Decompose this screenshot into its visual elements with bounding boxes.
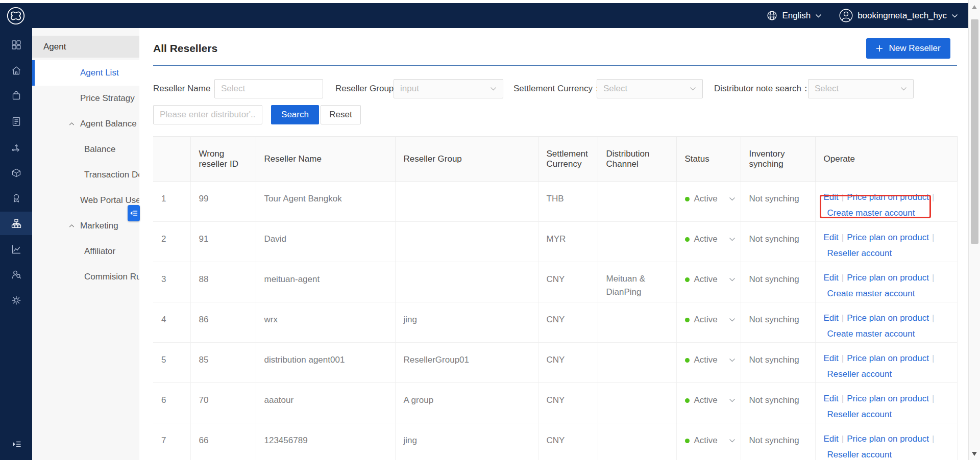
price-plan-link[interactable]: Price plan on product <box>847 434 929 444</box>
app-window: English bookingmeta_tech_hyc <box>0 0 980 460</box>
create-master-account-link[interactable]: Create master account <box>827 208 915 218</box>
status-dropdown[interactable]: Active <box>685 194 732 204</box>
operate-cell: Edit|Price plan on product| Create maste… <box>815 182 957 222</box>
col-status: Status <box>676 137 741 182</box>
status-dropdown[interactable]: Active <box>685 355 732 365</box>
chevron-down-icon <box>900 87 907 91</box>
price-plan-link[interactable]: Price plan on product <box>847 353 929 363</box>
price-plan-link[interactable]: Price plan on product <box>847 233 929 242</box>
chevron-down-icon <box>690 87 696 91</box>
table-row: 2 91 David MYR Active <box>153 222 957 262</box>
reseller-account-link[interactable]: Reseller account <box>827 369 892 379</box>
col-wrong-reseller-id: Wrong reseller ID <box>190 137 256 182</box>
table-row: 4 86 wrx jing CNY Active <box>153 302 957 343</box>
status-dropdown-icon[interactable] <box>729 318 736 322</box>
status-dropdown-icon[interactable] <box>729 358 736 362</box>
language-switcher[interactable]: English <box>767 10 822 21</box>
collapse-menu-icon[interactable] <box>0 433 32 455</box>
status-dropdown-icon[interactable] <box>729 439 736 443</box>
user-menu[interactable]: bookingmeta_tech_hyc <box>839 9 958 22</box>
brand-logo-icon[interactable] <box>6 6 26 25</box>
reseller-group-select[interactable]: input <box>394 79 503 98</box>
settlement-currency-label: Settlement Currency： <box>513 79 601 98</box>
edit-link[interactable]: Edit <box>824 313 839 323</box>
edit-link[interactable]: Edit <box>824 233 839 242</box>
settings-gear-icon[interactable] <box>0 289 32 312</box>
language-label: English <box>782 11 811 21</box>
sidebar-item-balance[interactable]: Balance <box>32 137 139 162</box>
sidebar-submenu: Agent Agent List Price Stratagy Agent Ba… <box>32 28 139 460</box>
sidebar-item-affiliator[interactable]: Affiliator <box>32 239 139 264</box>
topbar: English bookingmeta_tech_hyc <box>0 3 968 28</box>
reseller-account-link[interactable]: Reseller account <box>827 410 892 419</box>
create-master-account-link[interactable]: Create master account <box>827 289 915 298</box>
home-icon[interactable] <box>0 59 32 82</box>
settlement-currency-select[interactable]: Select <box>597 79 703 98</box>
table-header-row: Wrong reseller ID Reseller Name Reseller… <box>153 137 957 182</box>
grid-icon[interactable] <box>0 33 32 57</box>
status-dropdown-icon[interactable] <box>729 197 736 201</box>
submenu-title: Agent <box>32 36 139 58</box>
price-plan-link[interactable]: Price plan on product <box>847 273 929 283</box>
new-reseller-button[interactable]: New Reseller <box>866 38 950 59</box>
award-icon[interactable] <box>0 186 32 210</box>
package-icon[interactable] <box>0 161 32 185</box>
icon-rail <box>0 28 32 460</box>
distributor-id-input[interactable] <box>153 105 262 124</box>
create-master-account-link[interactable]: Create master account <box>827 329 915 339</box>
status-dropdown-icon[interactable] <box>729 237 736 241</box>
table-row: 3 88 meituan-agent CNY Meituan & DianPin… <box>153 262 957 302</box>
status-dropdown[interactable]: Active <box>685 315 732 325</box>
topbar-right: English bookingmeta_tech_hyc <box>767 9 958 22</box>
col-settlement-currency: Settlement Currency <box>538 137 598 182</box>
status-active-dot <box>685 439 690 443</box>
order-list-icon[interactable] <box>0 110 32 133</box>
sidebar-item-agent-list[interactable]: Agent List <box>32 60 139 86</box>
sidebar-group-marketing[interactable]: Marketing <box>32 213 139 239</box>
status-dropdown[interactable]: Active <box>685 234 732 244</box>
status-active-dot <box>685 398 690 403</box>
edit-link[interactable]: Edit <box>824 192 839 202</box>
shop-bag-icon[interactable] <box>0 84 32 107</box>
chevron-up-icon <box>69 122 75 126</box>
col-distribution-channel: Distribution Channel <box>598 137 676 182</box>
status-active-dot <box>685 237 690 242</box>
chevron-up-icon <box>69 224 75 228</box>
distribution-icon[interactable] <box>0 136 32 159</box>
analytics-icon[interactable] <box>0 238 32 261</box>
distributor-note-select[interactable]: Select <box>808 79 914 98</box>
search-button[interactable]: Search <box>271 105 319 124</box>
sidebar-item-transaction-detail[interactable]: Transaction Detail <box>32 162 139 188</box>
edit-link[interactable]: Edit <box>824 434 839 444</box>
reseller-account-link[interactable]: Reseller account <box>827 450 892 459</box>
edit-link[interactable]: Edit <box>824 394 839 403</box>
page-scrollbar[interactable] <box>968 0 980 460</box>
user-search-icon[interactable] <box>0 263 32 286</box>
price-plan-link[interactable]: Price plan on product <box>847 313 929 323</box>
edit-link[interactable]: Edit <box>824 273 839 283</box>
status-dropdown[interactable]: Active <box>685 274 732 285</box>
reseller-name-input[interactable] <box>214 79 323 98</box>
price-plan-link[interactable]: Price plan on product <box>847 394 929 403</box>
sidebar-item-web-portal-user[interactable]: Web Portal User <box>32 188 139 213</box>
sidebar-group-agent-balance[interactable]: Agent Balance <box>32 111 139 137</box>
operate-cell: Edit|Price plan on product| Create maste… <box>815 302 957 343</box>
status-dropdown-icon[interactable] <box>729 277 736 282</box>
price-plan-link[interactable]: Price plan on product <box>847 192 929 202</box>
status-dropdown-icon[interactable] <box>729 398 736 402</box>
operate-cell: Edit|Price plan on product| Create maste… <box>815 262 957 302</box>
edit-link[interactable]: Edit <box>824 353 839 363</box>
sidebar-item-price-stratagy[interactable]: Price Stratagy <box>32 86 139 111</box>
status-dropdown[interactable]: Active <box>685 395 732 405</box>
scroll-down-arrow-icon[interactable] <box>972 452 977 456</box>
scroll-up-arrow-icon[interactable] <box>972 5 977 9</box>
sidebar-item-commision-rules[interactable]: Commision Rules <box>32 264 139 290</box>
avatar-icon <box>839 9 853 22</box>
reset-button[interactable]: Reset <box>321 105 361 124</box>
reseller-account-link[interactable]: Reseller account <box>827 248 892 258</box>
table-row: 1 99 Tour Agent Bangkok THB Active <box>153 182 957 222</box>
sidebar-collapse-toggle[interactable] <box>128 205 140 221</box>
status-dropdown[interactable]: Active <box>685 436 732 446</box>
scrollbar-thumb[interactable] <box>971 19 978 244</box>
org-chart-icon[interactable] <box>0 212 32 235</box>
